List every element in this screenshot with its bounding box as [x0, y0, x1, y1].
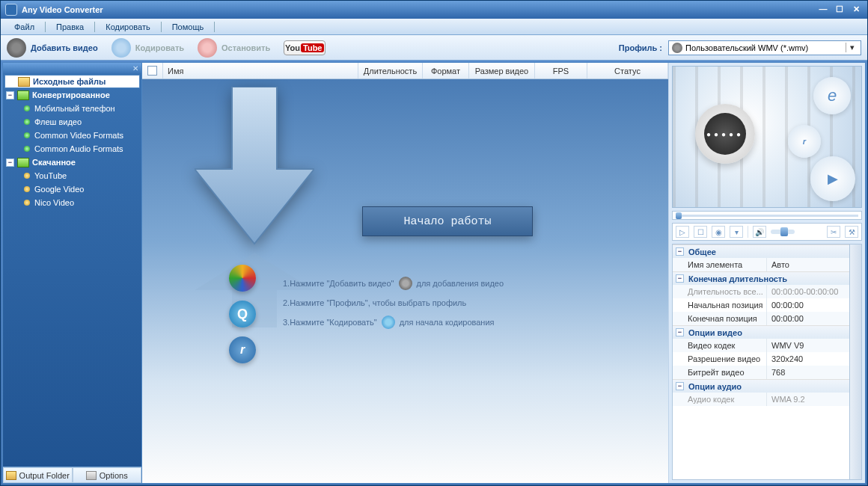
menu-edit[interactable]: Правка — [46, 22, 94, 31]
steps-text: 1.Нажмите "Добавить видео"для добавления… — [283, 274, 504, 332]
maximize-button[interactable]: ☐ — [833, 4, 846, 15]
bullet-icon — [24, 105, 30, 111]
snapshot-button[interactable]: ◉ — [712, 226, 725, 238]
titlebar: Any Video Converter — ☐ ✕ — [1, 1, 867, 19]
minimize-button[interactable]: — — [816, 4, 830, 15]
header-size[interactable]: Размер видео — [469, 63, 535, 79]
toolbar: Добавить видео Кодировать Остановить You… — [1, 35, 867, 61]
folder-icon — [17, 158, 29, 167]
main-panel: Имя Длительность Формат Размер видео FPS… — [142, 63, 669, 483]
close-button[interactable]: ✕ — [849, 4, 863, 15]
tool-button[interactable]: ⚒ — [845, 226, 858, 238]
tree-converted[interactable]: − Конвертированное — [4, 88, 140, 102]
tree-source-files[interactable]: Исходные файлы — [4, 75, 140, 88]
output-folder-button[interactable]: Output Folder — [3, 467, 73, 483]
prop-group-duration[interactable]: −Конечная длительность — [673, 271, 849, 285]
menu-help[interactable]: Помощь — [162, 22, 215, 31]
list-header: Имя Длительность Формат Размер видео FPS… — [142, 63, 668, 79]
header-name[interactable]: Имя — [163, 63, 358, 79]
header-checkbox[interactable] — [142, 63, 163, 79]
folder-icon — [6, 471, 16, 480]
tree-item[interactable]: Nico Video — [4, 196, 140, 209]
snapshot-menu-button[interactable]: ▾ — [730, 226, 743, 238]
tree-item[interactable]: Common Video Formats — [4, 129, 140, 142]
profile-label: Профиль : — [619, 43, 662, 52]
tree-item[interactable]: Common Audio Formats — [4, 142, 140, 156]
header-format[interactable]: Формат — [423, 63, 469, 79]
sidebar-footer: Output Folder Options — [3, 467, 141, 483]
cut-button[interactable]: ✂ — [827, 226, 840, 238]
prop-group-video[interactable]: −Опции видео — [673, 325, 849, 339]
collapse-icon[interactable]: − — [676, 247, 684, 256]
tree-item[interactable]: Флеш видео — [4, 115, 140, 129]
window-title: Any Video Converter — [22, 5, 813, 14]
sidebar-close-icon[interactable]: ✕ — [132, 64, 138, 73]
tree-item[interactable]: YouTube — [4, 169, 140, 182]
app-window: Any Video Converter — ☐ ✕ Файл Правка Ко… — [0, 0, 868, 486]
app-logo-icon — [5, 4, 17, 16]
play-button[interactable]: ▷ — [676, 226, 689, 238]
realplayer-icon — [229, 336, 256, 363]
seek-slider[interactable] — [672, 211, 862, 220]
prop-row[interactable]: Аудио кодекWMA 9.2 — [673, 393, 849, 406]
prop-group-general[interactable]: −Общее — [673, 244, 849, 258]
youtube-button[interactable]: YouTube — [284, 40, 326, 55]
prop-row[interactable]: Видео кодекWMV V9 — [673, 339, 849, 352]
options-button[interactable]: Options — [73, 467, 142, 483]
bullet-icon — [24, 186, 30, 192]
film-icon — [399, 277, 412, 290]
stop-player-button[interactable]: ☐ — [694, 226, 707, 238]
stop-button[interactable]: Остановить — [198, 38, 270, 58]
stage: Начало работы 1.Нажмите "Добавить видео"… — [142, 79, 668, 483]
bullet-icon — [24, 173, 30, 179]
profile-icon — [672, 43, 682, 53]
prop-row[interactable]: Длительность все...00:00:00-00:00:00 — [673, 285, 849, 298]
media-icons — [229, 265, 256, 372]
play-bubble-icon — [810, 156, 855, 201]
collapse-icon[interactable]: − — [6, 91, 14, 99]
profile-dropdown[interactable]: Пользовательский WMV (*.wmv) ▾ — [668, 40, 861, 55]
quicktime-icon — [229, 301, 256, 327]
right-panel: ▷ ☐ ◉ ▾ 🔊 ✂ ⚒ −Общее Имя элементаАвто −К… — [669, 63, 865, 483]
menu-file[interactable]: Файл — [4, 22, 45, 31]
collapse-icon[interactable]: − — [6, 159, 14, 167]
header-duration[interactable]: Длительность — [358, 63, 423, 79]
stop-icon — [198, 38, 217, 58]
folder-icon — [18, 77, 30, 87]
volume-slider[interactable] — [771, 230, 795, 234]
collapse-icon[interactable]: − — [676, 274, 684, 283]
prop-row[interactable]: Разрешение видео320x240 — [673, 352, 849, 366]
prop-row[interactable]: Имя элементаАвто — [673, 258, 849, 271]
encode-step-icon — [382, 316, 395, 329]
film-reel-icon — [7, 38, 26, 58]
collapse-icon[interactable]: − — [676, 382, 684, 390]
prop-group-audio[interactable]: −Опции аудио — [673, 379, 849, 393]
prop-row[interactable]: Битрейт видео768 — [673, 366, 849, 379]
bullet-icon — [24, 132, 30, 138]
encode-button[interactable]: Кодировать — [111, 38, 184, 58]
prop-row[interactable]: Начальная позиция00:00:00 — [673, 298, 849, 312]
gear-icon — [86, 471, 97, 480]
bullet-icon — [24, 119, 30, 125]
folder-icon — [17, 90, 29, 100]
tree-item[interactable]: Google Video — [4, 182, 140, 196]
header-fps[interactable]: FPS — [535, 63, 587, 79]
sidebar-header: ✕ — [3, 63, 141, 73]
add-video-button[interactable]: Добавить видео — [7, 38, 98, 58]
scrollbar[interactable] — [849, 244, 861, 479]
player-controls: ▷ ☐ ◉ ▾ 🔊 ✂ ⚒ — [672, 223, 862, 241]
menubar: Файл Правка Кодировать Помощь — [1, 19, 867, 35]
tree-downloaded[interactable]: − Скачанное — [4, 156, 140, 169]
header-status[interactable]: Статус — [587, 63, 668, 79]
mute-button[interactable]: 🔊 — [753, 226, 766, 238]
prop-row[interactable]: Конечная позиция00:00:00 — [673, 312, 849, 325]
collapse-icon[interactable]: − — [676, 328, 684, 336]
bubble-icon — [813, 77, 851, 114]
down-arrow-icon — [195, 87, 314, 253]
reel-icon — [695, 104, 755, 164]
encode-icon — [111, 38, 131, 58]
start-button[interactable]: Начало работы — [362, 206, 533, 236]
bullet-icon — [24, 200, 30, 206]
tree-item[interactable]: Мобильный телефон — [4, 102, 140, 115]
menu-encode[interactable]: Кодировать — [95, 22, 160, 31]
